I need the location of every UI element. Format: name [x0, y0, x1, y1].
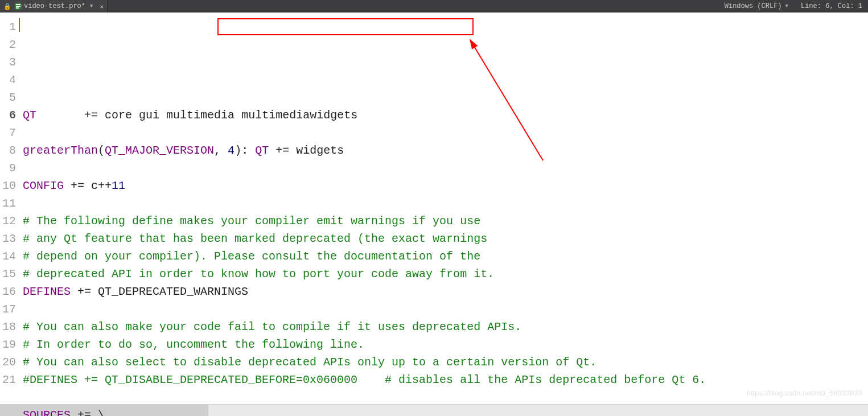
code-token: # In order to do so, uncomment the follo… — [23, 338, 364, 351]
file-tab[interactable]: 🔒 video-test.pro* ▼ ✕ — [0, 0, 108, 13]
line-number: 21 — [0, 371, 16, 389]
code-token — [71, 285, 77, 298]
tabbar-spacer — [108, 0, 719, 13]
code-line[interactable] — [23, 300, 868, 318]
code-token: QT — [255, 144, 269, 157]
line-number: 20 — [0, 353, 16, 371]
code-token: \ — [91, 409, 105, 416]
line-number: 14 — [0, 248, 16, 265]
cursor-position-label: Line: 6, Col: 1 — [801, 2, 862, 10]
svg-rect-3 — [16, 7, 19, 9]
code-line[interactable]: # depend on your compiler). Please consu… — [23, 248, 868, 265]
line-number: 7 — [0, 124, 16, 142]
code-token: += — [275, 144, 289, 157]
code-token: widgets — [289, 144, 344, 157]
code-token: QT_DEPRECATED_WARNINGS — [91, 285, 248, 298]
code-line[interactable]: # You can also make your code fail to co… — [23, 318, 868, 336]
code-token: ) — [235, 144, 241, 157]
text-cursor — [19, 18, 20, 32]
code-line[interactable]: # any Qt feature that has been marked de… — [23, 230, 868, 248]
code-token: multimedia — [166, 109, 235, 122]
code-token: greaterThan — [23, 144, 98, 157]
code-token: SOURCES — [23, 409, 71, 416]
code-token: : — [241, 144, 248, 157]
code-token: += — [77, 285, 91, 298]
line-number: 10 — [0, 177, 16, 195]
line-number: 8 — [0, 142, 16, 159]
code-token: # You can also select to disable depreca… — [23, 356, 597, 369]
code-line[interactable]: DEFINES += QT_DEPRECATED_WARNINGS — [23, 283, 868, 300]
file-tab-label: video-test.pro* — [24, 2, 85, 10]
code-line[interactable]: QT += core gui multimedia multimediawidg… — [23, 106, 868, 124]
chevron-down-icon[interactable]: ▼ — [88, 3, 94, 9]
line-number: 6 — [0, 106, 16, 124]
line-number: 18 — [0, 318, 16, 336]
chevron-down-icon[interactable]: ▼ — [783, 3, 789, 9]
code-token: c — [84, 179, 98, 192]
code-token — [221, 144, 228, 157]
code-line[interactable] — [23, 195, 868, 212]
code-token: += — [71, 179, 84, 192]
code-line[interactable] — [23, 159, 868, 177]
code-line[interactable]: # You can also select to disable depreca… — [23, 353, 868, 371]
close-icon[interactable]: ✕ — [96, 3, 104, 10]
code-line[interactable]: # deprecated API in order to know how to… — [23, 265, 868, 283]
code-token: # You can also make your code fail to co… — [23, 320, 521, 333]
code-token: DEFINES — [23, 285, 71, 298]
lock-icon: 🔒 — [3, 3, 13, 10]
code-token: ( — [98, 144, 105, 157]
code-token — [71, 409, 77, 416]
line-number: 12 — [0, 212, 16, 230]
line-number: 13 — [0, 230, 16, 248]
encoding-indicator[interactable]: Windows (CRLF) ▼ — [719, 0, 795, 13]
code-token — [64, 179, 71, 192]
line-number: 16 — [0, 283, 16, 300]
encoding-label: Windows (CRLF) — [725, 2, 782, 10]
code-token: QT — [23, 109, 84, 122]
svg-rect-1 — [16, 4, 20, 5]
code-token: 4 — [228, 144, 235, 157]
code-token: ++ — [98, 179, 112, 192]
line-number: 11 — [0, 195, 16, 212]
code-token: #DEFINES += QT_DISABLE_DEPRECATED_BEFORE… — [23, 373, 706, 386]
code-token: += — [77, 409, 91, 416]
line-number: 4 — [0, 71, 16, 89]
code-line[interactable]: # The following define makes your compil… — [23, 212, 868, 230]
code-line[interactable]: SOURCES += \ — [23, 406, 868, 416]
code-line[interactable] — [23, 389, 868, 406]
code-token — [235, 109, 241, 122]
code-line[interactable]: #DEFINES += QT_DISABLE_DEPRECATED_BEFORE… — [23, 371, 868, 389]
line-number: 2 — [0, 36, 16, 53]
code-line[interactable] — [23, 124, 868, 142]
code-line[interactable]: # In order to do so, uncomment the follo… — [23, 336, 868, 353]
code-token: # any Qt feature that has been marked de… — [23, 232, 487, 245]
code-token: 11 — [112, 179, 125, 192]
line-number: 5 — [0, 89, 16, 106]
tab-bar: 🔒 video-test.pro* ▼ ✕ Windows (CRLF) ▼ L… — [0, 0, 868, 13]
code-token — [269, 144, 275, 157]
code-area[interactable]: QT += core gui multimedia multimediawidg… — [19, 13, 868, 404]
code-token: gui — [132, 109, 166, 122]
editor: 123456789101112131415161718192021 QT += … — [0, 13, 868, 404]
filetype-icon — [15, 3, 22, 10]
highlight-box — [217, 18, 474, 35]
code-line[interactable]: CONFIG += c++11 — [23, 177, 868, 195]
code-line[interactable]: greaterThan(QT_MAJOR_VERSION, 4): QT += … — [23, 142, 868, 159]
line-number: 3 — [0, 53, 16, 71]
code-token: , — [214, 144, 221, 157]
line-number: 19 — [0, 336, 16, 353]
line-number: 17 — [0, 300, 16, 318]
code-token: # The following define makes your compil… — [23, 215, 480, 228]
gutter: 123456789101112131415161718192021 — [0, 13, 19, 404]
code-token: multimediawidgets — [241, 109, 357, 122]
svg-rect-2 — [16, 6, 20, 7]
cursor-position[interactable]: Line: 6, Col: 1 — [795, 0, 868, 13]
line-number: 1 — [0, 18, 16, 36]
code-token: # deprecated API in order to know how to… — [23, 267, 494, 281]
code-token: # depend on your compiler). Please consu… — [23, 250, 480, 263]
code-token: QT_MAJOR_VERSION — [105, 144, 214, 157]
code-token — [248, 144, 255, 157]
line-number: 9 — [0, 159, 16, 177]
code-token: core — [98, 109, 132, 122]
line-number: 15 — [0, 265, 16, 283]
